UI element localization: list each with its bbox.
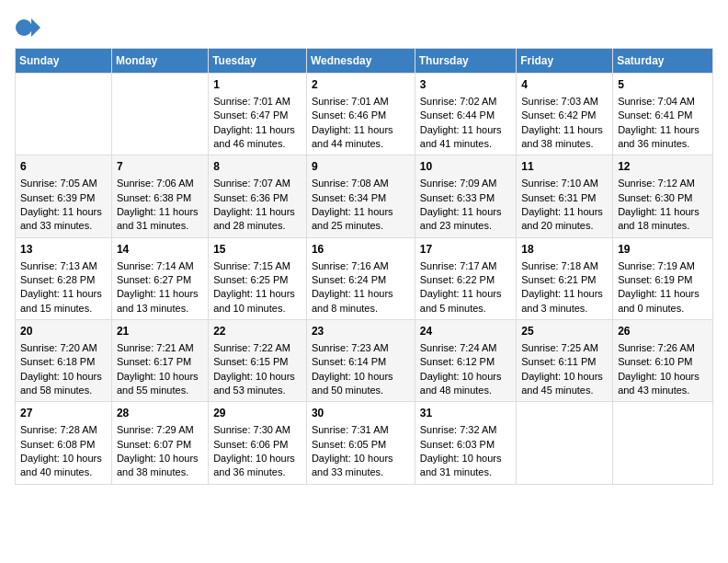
header-cell-friday: Friday — [517, 49, 613, 74]
day-number: 16 — [312, 242, 410, 258]
day-number: 21 — [117, 324, 203, 339]
calendar-cell: 7Sunrise: 7:06 AMSunset: 6:38 PMDaylight… — [111, 155, 208, 237]
calendar-cell: 5Sunrise: 7:04 AMSunset: 6:41 PMDaylight… — [613, 74, 713, 155]
cell-text: Sunrise: 7:23 AM — [312, 341, 410, 355]
cell-text: Sunset: 6:12 PM — [420, 355, 511, 369]
cell-text: Sunrise: 7:21 AM — [117, 341, 203, 355]
cell-text: Daylight: 11 hours and 31 minutes. — [117, 205, 203, 234]
cell-text: Daylight: 11 hours and 13 minutes. — [117, 287, 203, 316]
calendar-cell — [517, 402, 613, 484]
calendar-cell: 31Sunrise: 7:32 AMSunset: 6:03 PMDayligh… — [415, 402, 516, 484]
cell-text: Sunset: 6:15 PM — [213, 355, 301, 369]
calendar-cell: 1Sunrise: 7:01 AMSunset: 6:47 PMDaylight… — [209, 74, 307, 155]
calendar-cell — [16, 74, 112, 155]
cell-text: Sunset: 6:27 PM — [117, 273, 203, 287]
calendar-cell: 9Sunrise: 7:08 AMSunset: 6:34 PMDaylight… — [306, 155, 415, 237]
calendar-table: SundayMondayTuesdayWednesdayThursdayFrid… — [15, 48, 713, 485]
cell-text: Daylight: 10 hours and 40 minutes. — [20, 452, 107, 480]
cell-text: Sunrise: 7:02 AM — [420, 95, 511, 109]
day-number: 1 — [213, 77, 301, 93]
cell-text: Sunset: 6:41 PM — [618, 109, 708, 122]
cell-text: Daylight: 10 hours and 48 minutes. — [420, 370, 511, 398]
cell-text: Sunset: 6:39 PM — [20, 191, 107, 205]
cell-text: Daylight: 11 hours and 25 minutes. — [312, 205, 410, 234]
header-cell-thursday: Thursday — [415, 49, 516, 74]
day-number: 5 — [618, 77, 708, 93]
calendar-cell: 21Sunrise: 7:21 AMSunset: 6:17 PMDayligh… — [111, 320, 208, 402]
calendar-cell: 16Sunrise: 7:16 AMSunset: 6:24 PMDayligh… — [306, 237, 415, 319]
day-number: 31 — [420, 406, 511, 421]
svg-marker-1 — [31, 18, 40, 37]
calendar-cell: 17Sunrise: 7:17 AMSunset: 6:22 PMDayligh… — [415, 237, 516, 319]
cell-text: Sunset: 6:07 PM — [117, 438, 203, 452]
cell-text: Sunset: 6:17 PM — [117, 355, 203, 369]
cell-text: Daylight: 11 hours and 20 minutes. — [521, 205, 608, 234]
day-number: 12 — [618, 159, 708, 175]
day-number: 8 — [213, 159, 301, 175]
cell-text: Daylight: 11 hours and 44 minutes. — [312, 123, 410, 152]
day-number: 7 — [117, 159, 203, 175]
cell-text: Sunset: 6:38 PM — [117, 191, 203, 205]
day-number: 28 — [117, 406, 203, 421]
calendar-cell: 15Sunrise: 7:15 AMSunset: 6:25 PMDayligh… — [209, 237, 307, 319]
cell-text: Daylight: 10 hours and 50 minutes. — [312, 370, 410, 398]
day-number: 9 — [312, 159, 410, 175]
svg-point-0 — [16, 19, 32, 36]
cell-text: Sunrise: 7:04 AM — [618, 95, 708, 109]
cell-text: Daylight: 10 hours and 36 minutes. — [213, 452, 301, 480]
day-number: 22 — [213, 324, 301, 339]
cell-text: Sunset: 6:08 PM — [20, 438, 107, 452]
week-row-1: 1Sunrise: 7:01 AMSunset: 6:47 PMDaylight… — [16, 74, 713, 155]
day-number: 14 — [117, 242, 203, 258]
cell-text: Sunrise: 7:24 AM — [420, 341, 511, 355]
calendar-cell: 12Sunrise: 7:12 AMSunset: 6:30 PMDayligh… — [613, 155, 713, 237]
cell-text: Sunrise: 7:05 AM — [20, 177, 107, 190]
cell-text: Sunrise: 7:30 AM — [213, 423, 301, 437]
day-number: 2 — [312, 77, 410, 93]
day-number: 29 — [213, 406, 301, 421]
cell-text: Daylight: 11 hours and 28 minutes. — [213, 205, 301, 234]
calendar-cell: 28Sunrise: 7:29 AMSunset: 6:07 PMDayligh… — [111, 402, 208, 484]
cell-text: Sunrise: 7:31 AM — [312, 423, 410, 437]
cell-text: Daylight: 10 hours and 38 minutes. — [117, 452, 203, 480]
calendar-cell: 4Sunrise: 7:03 AMSunset: 6:42 PMDaylight… — [517, 74, 613, 155]
calendar-cell: 3Sunrise: 7:02 AMSunset: 6:44 PMDaylight… — [415, 74, 516, 155]
cell-text: Sunset: 6:03 PM — [420, 438, 511, 452]
calendar-cell: 19Sunrise: 7:19 AMSunset: 6:19 PMDayligh… — [613, 237, 713, 319]
day-number: 25 — [521, 324, 608, 339]
cell-text: Sunset: 6:10 PM — [618, 355, 708, 369]
cell-text: Sunrise: 7:12 AM — [618, 177, 708, 190]
cell-text: Sunrise: 7:26 AM — [618, 341, 708, 355]
cell-text: Sunrise: 7:16 AM — [312, 259, 410, 273]
cell-text: Daylight: 10 hours and 31 minutes. — [420, 452, 511, 480]
logo-icon — [15, 15, 40, 40]
calendar-cell: 27Sunrise: 7:28 AMSunset: 6:08 PMDayligh… — [16, 402, 112, 484]
cell-text: Sunrise: 7:29 AM — [117, 423, 203, 437]
header-row: SundayMondayTuesdayWednesdayThursdayFrid… — [16, 49, 713, 74]
cell-text: Sunrise: 7:14 AM — [117, 259, 203, 273]
calendar-cell: 30Sunrise: 7:31 AMSunset: 6:05 PMDayligh… — [306, 402, 415, 484]
cell-text: Daylight: 11 hours and 46 minutes. — [213, 123, 301, 152]
cell-text: Sunset: 6:33 PM — [420, 191, 511, 205]
calendar-cell: 24Sunrise: 7:24 AMSunset: 6:12 PMDayligh… — [415, 320, 516, 402]
calendar-cell: 10Sunrise: 7:09 AMSunset: 6:33 PMDayligh… — [415, 155, 516, 237]
calendar-cell: 20Sunrise: 7:20 AMSunset: 6:18 PMDayligh… — [16, 320, 112, 402]
day-number: 24 — [420, 324, 511, 339]
cell-text: Sunset: 6:06 PM — [213, 438, 301, 452]
cell-text: Sunset: 6:30 PM — [618, 191, 708, 205]
cell-text: Daylight: 11 hours and 0 minutes. — [618, 287, 708, 316]
cell-text: Sunrise: 7:07 AM — [213, 177, 301, 190]
cell-text: Daylight: 10 hours and 58 minutes. — [20, 370, 107, 398]
cell-text: Sunset: 6:46 PM — [312, 109, 410, 122]
cell-text: Daylight: 10 hours and 43 minutes. — [618, 370, 708, 398]
day-number: 26 — [618, 324, 708, 339]
cell-text: Sunset: 6:34 PM — [312, 191, 410, 205]
cell-text: Sunrise: 7:03 AM — [521, 95, 608, 109]
cell-text: Daylight: 11 hours and 23 minutes. — [420, 205, 511, 234]
cell-text: Daylight: 11 hours and 33 minutes. — [20, 205, 107, 234]
cell-text: Sunrise: 7:32 AM — [420, 423, 511, 437]
header-cell-wednesday: Wednesday — [306, 49, 415, 74]
cell-text: Sunrise: 7:01 AM — [213, 95, 301, 109]
cell-text: Daylight: 10 hours and 33 minutes. — [312, 452, 410, 480]
cell-text: Daylight: 11 hours and 8 minutes. — [312, 287, 410, 316]
